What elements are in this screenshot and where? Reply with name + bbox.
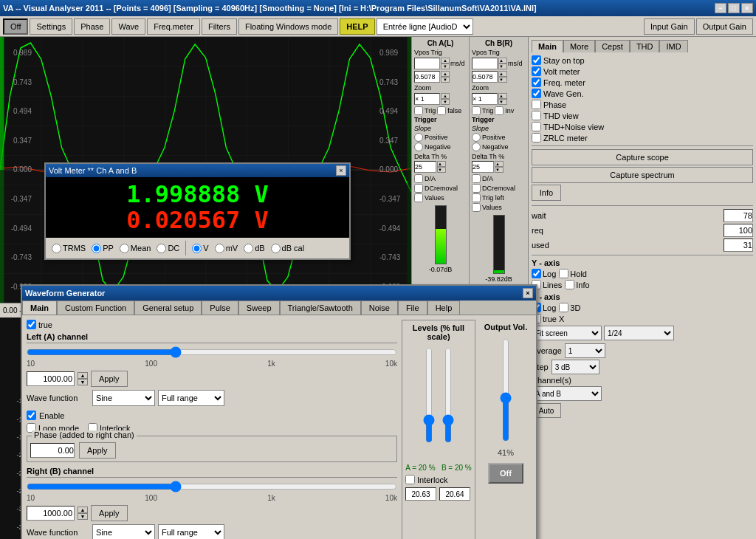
ch-a-da-check[interactable] — [414, 174, 423, 183]
wfgen-tab-sweep[interactable]: Sweep — [238, 301, 280, 315]
ch-a-vpos-down[interactable]: ▼ — [441, 63, 450, 69]
ch-a-vpos-input[interactable] — [414, 58, 440, 69]
left-freq-slider[interactable] — [27, 346, 397, 358]
vm-pp-radio[interactable] — [92, 244, 101, 253]
ch-b-values-check[interactable] — [472, 203, 481, 212]
ch-b-delta-down[interactable]: ▼ — [495, 167, 504, 173]
filters-button[interactable]: Filters — [202, 18, 237, 35]
ch-b-scale-down[interactable]: ▼ — [498, 77, 507, 83]
freq-meter-check[interactable] — [532, 78, 541, 87]
ch-b-da-check[interactable] — [472, 174, 481, 183]
wfgen-tab-file[interactable]: File — [398, 301, 427, 315]
left-level-val-input[interactable] — [405, 487, 436, 501]
ch-b-negative-radio[interactable] — [472, 143, 481, 151]
phase-check[interactable] — [532, 100, 541, 109]
ch-a-trig-check[interactable] — [414, 106, 423, 115]
ch-b-positive-radio[interactable] — [472, 133, 481, 142]
ch-b-trig-left-check[interactable] — [472, 193, 481, 202]
left-level-slider[interactable] — [422, 347, 436, 443]
wfgen-tab-general[interactable]: General setup — [134, 301, 202, 315]
ch-b-inv-check[interactable] — [495, 106, 504, 115]
fit-screen-select[interactable]: Fit screen — [532, 326, 602, 340]
ch-b-delta-up[interactable]: ▲ — [495, 161, 504, 167]
capture-spectrum-button[interactable]: Capture spectrum — [532, 167, 753, 183]
right-apply-button[interactable]: Apply — [91, 505, 128, 521]
log-y-check[interactable] — [532, 269, 541, 278]
wfgen-stay-on-top-check[interactable] — [27, 320, 36, 329]
wait-input[interactable] — [724, 209, 753, 222]
tab-imd[interactable]: IMD — [659, 40, 687, 52]
channels-select[interactable]: A and B — [532, 386, 602, 401]
step-select[interactable]: 3 dB — [551, 360, 599, 374]
ch-a-delta-input[interactable] — [414, 161, 436, 173]
minimize-button[interactable]: − — [715, 3, 726, 13]
left-range-select[interactable]: Full range — [158, 390, 224, 406]
info-button[interactable]: Info — [532, 185, 561, 201]
info-y-check[interactable] — [565, 280, 574, 289]
output-gain-button[interactable]: Output Gain — [696, 18, 753, 35]
wfgen-phase-input[interactable] — [30, 443, 75, 458]
tab-more[interactable]: More — [563, 40, 595, 52]
ch-a-dcremoval-check[interactable] — [414, 184, 423, 193]
stay-on-top-check[interactable] — [532, 55, 541, 65]
ch-a-scale-down[interactable]: ▼ — [441, 77, 450, 83]
3d-check[interactable] — [559, 303, 568, 312]
right-freq-slider[interactable] — [27, 481, 397, 492]
wfgen-interlock-check[interactable] — [405, 475, 415, 484]
hold-y-check[interactable] — [559, 269, 568, 278]
vm-db-radio[interactable] — [244, 244, 253, 253]
ch-a-zoom-down[interactable]: ▼ — [441, 99, 450, 105]
ch-b-zoom-input[interactable] — [472, 93, 498, 105]
vm-dc-radio[interactable] — [157, 244, 166, 253]
wfgen-tab-help[interactable]: Help — [427, 301, 461, 315]
ch-b-delta-input[interactable] — [472, 161, 494, 173]
left-wave-fn-select[interactable]: Sine — [92, 390, 155, 406]
thd-noise-check[interactable] — [532, 122, 541, 131]
close-button[interactable]: × — [741, 3, 753, 13]
wfgen-tab-pulse[interactable]: Pulse — [202, 301, 238, 315]
voltmeter-titlebar[interactable]: Volt Meter ** Ch A and B × — [46, 164, 349, 177]
settings-button[interactable]: Settings — [30, 18, 72, 35]
right-freq-down[interactable]: ▼ — [78, 513, 88, 520]
ch-a-zoom-input[interactable] — [414, 93, 440, 105]
ch-a-vscale-input[interactable] — [414, 71, 440, 83]
wfgen-off-button[interactable]: Off — [488, 463, 523, 484]
right-level-val-input[interactable] — [439, 487, 470, 501]
ch-a-inv-check[interactable] — [437, 106, 446, 115]
wfgen-tab-main[interactable]: Main — [22, 301, 57, 315]
tab-thd[interactable]: THD — [630, 40, 660, 52]
right-range-select[interactable]: Full range — [158, 524, 224, 539]
right-level-slider[interactable] — [441, 347, 456, 443]
zrlc-check[interactable] — [532, 133, 541, 143]
ch-a-delta-down[interactable]: ▼ — [437, 167, 446, 173]
ch-b-vpos-down[interactable]: ▼ — [498, 63, 507, 69]
right-freq-up[interactable]: ▲ — [78, 507, 88, 513]
ch-b-vpos-input[interactable] — [472, 58, 498, 69]
wfgen-close-button[interactable]: × — [523, 288, 533, 298]
help-button[interactable]: HELP — [340, 18, 374, 35]
vm-dbcal-radio[interactable] — [271, 244, 281, 253]
ch-b-zoom-down[interactable]: ▼ — [498, 99, 507, 105]
wfgen-phase-apply-button[interactable]: Apply — [79, 442, 116, 459]
voltmeter-close-button[interactable]: × — [336, 165, 346, 176]
ch-a-negative-radio[interactable] — [414, 143, 423, 151]
volt-meter-check[interactable] — [532, 66, 541, 76]
left-freq-up[interactable]: ▲ — [78, 372, 88, 379]
left-freq-down[interactable]: ▼ — [78, 379, 88, 385]
input-gain-button[interactable]: Input Gain — [644, 18, 695, 35]
floating-windows-button[interactable]: Floating Windows mode — [238, 18, 338, 35]
ch-b-zoom-up[interactable]: ▲ — [498, 93, 507, 99]
thd-view-check[interactable] — [532, 111, 541, 120]
ch-b-dcremoval-check[interactable] — [472, 184, 481, 193]
tab-main[interactable]: Main — [532, 40, 563, 52]
left-apply-button[interactable]: Apply — [91, 371, 128, 387]
ch-b-vpos-up[interactable]: ▲ — [498, 58, 507, 63]
vm-mv-radio[interactable] — [215, 244, 224, 253]
ch-a-values-check[interactable] — [414, 193, 423, 202]
ch-b-scale-up[interactable]: ▲ — [498, 71, 507, 77]
wave-button[interactable]: Wave — [111, 18, 145, 35]
ch-a-scale-up[interactable]: ▲ — [441, 71, 450, 77]
ch-a-positive-radio[interactable] — [414, 133, 423, 142]
freq-meter-button[interactable]: Freq.meter — [147, 18, 200, 35]
wfgen-titlebar[interactable]: Waveform Generator × — [22, 286, 536, 301]
